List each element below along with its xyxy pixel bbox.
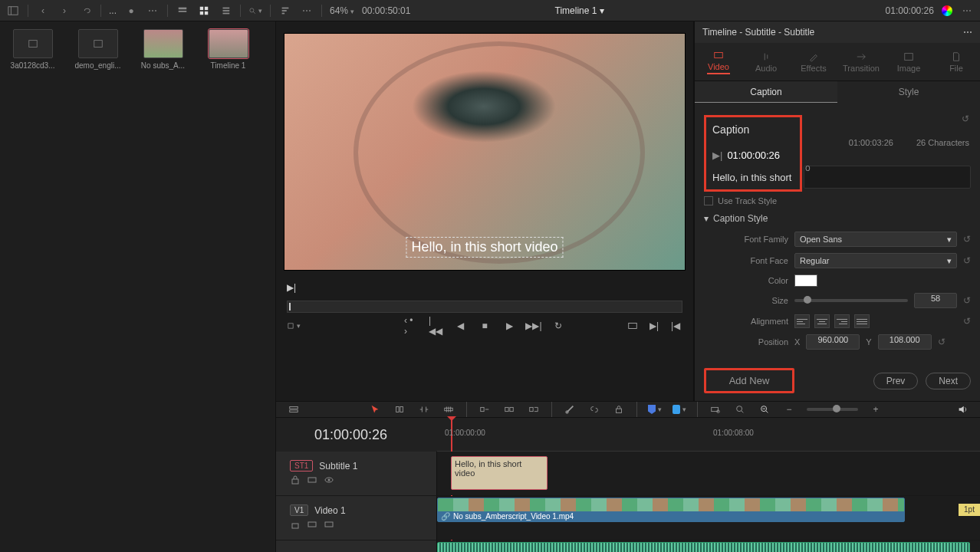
razor-icon[interactable] (563, 402, 577, 416)
sort-icon[interactable] (278, 4, 292, 18)
font-family-select[interactable]: Open Sans▾ (794, 232, 957, 247)
lock-track-icon[interactable] (290, 475, 301, 487)
align-justify-button[interactable] (854, 314, 870, 328)
caption-text-input[interactable] (804, 166, 971, 189)
lock-icon[interactable] (612, 402, 626, 416)
view-metadata-icon[interactable] (176, 4, 189, 18)
lock-track-icon[interactable] (290, 519, 301, 531)
media-clip[interactable]: 3a0128cd3... (8, 29, 58, 70)
skip-end-icon[interactable]: ▶| (287, 282, 682, 293)
mark-out-icon[interactable]: |◀ (669, 319, 682, 333)
zoom-detail-icon[interactable] (733, 402, 747, 416)
size-value[interactable]: 58 (914, 293, 957, 308)
audio-clip[interactable]: 🔗No subs_Amberscript_Video 1.mp4 (437, 542, 970, 552)
subtitle-overlay[interactable]: Hello, in this short video (406, 237, 563, 258)
zoom-custom-icon[interactable] (758, 402, 771, 416)
replace-clip-icon[interactable] (527, 402, 541, 416)
reset-icon[interactable]: ↺ (938, 337, 945, 347)
breadcrumb[interactable]: ... (109, 5, 117, 16)
view-list-icon[interactable] (219, 4, 232, 18)
zoom-in-button[interactable]: + (869, 402, 883, 416)
eye-icon[interactable] (324, 475, 334, 487)
timeline-timecode[interactable]: 01:00:00:26 (276, 427, 437, 443)
flag-marker-icon[interactable] (648, 402, 662, 416)
inspector-more-icon[interactable]: ⋯ (963, 27, 972, 38)
zoom-level[interactable]: 64% (330, 5, 354, 16)
loop-icon[interactable]: ↻ (551, 319, 565, 333)
panel-toggle-icon[interactable] (6, 4, 20, 18)
position-y-input[interactable]: 108.000 (878, 334, 932, 350)
subtab-style[interactable]: Style (837, 81, 980, 103)
next-caption-button[interactable]: Next (926, 373, 971, 389)
link-icon[interactable] (79, 4, 93, 18)
subtitle-clip[interactable]: Hello, in this short video (451, 456, 548, 490)
color-marker-icon[interactable] (673, 402, 686, 416)
align-center-button[interactable] (814, 314, 830, 328)
subtitle-view-icon[interactable] (307, 475, 317, 487)
inspector-tab-audio[interactable]: Audio (742, 43, 790, 80)
color-swatch[interactable] (794, 274, 817, 287)
align-right-button[interactable] (834, 314, 850, 328)
prev-edit-icon[interactable]: ‹ • › (404, 319, 418, 333)
media-clip[interactable]: No subs_A... (138, 29, 188, 70)
match-frame-icon[interactable] (626, 319, 640, 333)
search-icon[interactable] (248, 4, 262, 18)
insert-clip-icon[interactable] (478, 402, 492, 416)
crop-menu-icon[interactable] (287, 319, 301, 333)
track-header-video[interactable]: V1Video 1 (276, 496, 437, 540)
inspector-tab-video[interactable]: Video (695, 43, 742, 80)
subtab-caption[interactable]: Caption (695, 81, 837, 103)
reset-icon[interactable]: ↺ (963, 316, 971, 327)
inspector-tab-transition[interactable]: Transition (837, 43, 885, 80)
step-back-icon[interactable]: ◀ (453, 319, 467, 333)
size-slider[interactable] (794, 299, 908, 302)
position-x-input[interactable]: 960.000 (806, 334, 860, 350)
caption-out-timecode[interactable]: 01:00:03:26 (849, 138, 893, 147)
zoom-timeline-icon[interactable] (709, 402, 722, 416)
view-thumb-icon[interactable] (197, 4, 211, 18)
viewer-frame[interactable]: Hello, in this short video (284, 33, 686, 271)
add-new-button[interactable]: Add New (704, 368, 794, 393)
play-in-icon[interactable]: ▶| (712, 150, 722, 161)
go-start-icon[interactable]: |◀◀ (429, 319, 442, 333)
track-header-subtitle[interactable]: ST1Subtitle 1 (276, 452, 437, 495)
play-icon[interactable]: ▶ (502, 319, 516, 333)
trim-tool-icon[interactable] (393, 402, 406, 416)
jog-bar[interactable] (287, 301, 682, 313)
caption-reset-icon[interactable]: ↺ (962, 113, 969, 124)
dynamic-trim-icon[interactable] (417, 402, 431, 416)
stop-icon[interactable]: ■ (478, 319, 492, 333)
more-icon[interactable]: ⋯ (146, 4, 159, 18)
link-clips-icon[interactable] (587, 402, 601, 416)
more-icon-2[interactable]: ⋯ (300, 4, 314, 18)
zoom-out-button[interactable]: − (782, 402, 796, 416)
use-track-style-checkbox[interactable] (704, 196, 713, 205)
mark-in-icon[interactable]: ▶| (647, 319, 661, 333)
audio-meter-icon[interactable] (955, 402, 969, 416)
media-timeline[interactable]: Timeline 1 (203, 29, 253, 70)
reset-icon[interactable]: ↺ (963, 255, 971, 266)
prev-caption-button[interactable]: Prev (873, 373, 919, 389)
nav-fwd-icon[interactable]: › (58, 4, 71, 18)
auto-select-icon[interactable] (307, 519, 317, 531)
color-wheel-icon[interactable] (942, 5, 952, 16)
inspector-tab-effects[interactable]: Effects (790, 43, 837, 80)
blade-tool-icon[interactable] (442, 402, 455, 416)
overwrite-clip-icon[interactable] (502, 402, 516, 416)
inspector-tab-image[interactable]: Image (885, 43, 932, 80)
zoom-slider[interactable] (807, 408, 858, 411)
selection-tool-icon[interactable] (368, 402, 382, 416)
video-clip[interactable]: 🔗No subs_Amberscript_Video 1.mp4 (437, 498, 905, 522)
timeline-ruler[interactable]: 01:00:00:00 01:00:08:00 (437, 418, 980, 452)
collapse-icon[interactable]: ▾ (704, 213, 709, 224)
nav-back-icon[interactable]: ‹ (36, 4, 50, 18)
font-face-select[interactable]: Regular▾ (794, 253, 957, 268)
timeline-view-icon[interactable] (287, 402, 301, 416)
inspector-tab-file[interactable]: File (932, 43, 980, 80)
track-header-audio[interactable]: A1 S M 2.0 (276, 540, 437, 552)
disable-video-icon[interactable] (324, 519, 334, 531)
reset-icon[interactable]: ↺ (963, 295, 971, 306)
caption-in-timecode[interactable]: 01:00:00:26 (727, 150, 780, 161)
viewer-more-icon[interactable]: ⋯ (960, 4, 974, 18)
align-left-button[interactable] (794, 314, 810, 328)
